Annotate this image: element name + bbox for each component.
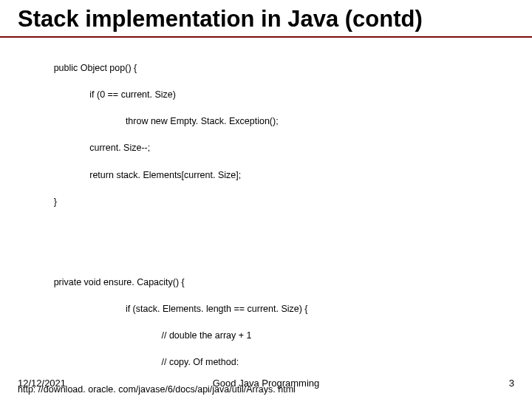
code-line: public Object pop() {	[18, 61, 532, 75]
code-line	[18, 222, 532, 235]
footer-title: Good Java Programming	[0, 378, 532, 389]
code-line: throw new Empty. Stack. Exception();	[18, 115, 532, 128]
code-line: private void ensure. Capacity() {	[18, 276, 532, 289]
code-line: // copy. Of method:	[18, 355, 532, 369]
title-underline	[0, 36, 532, 38]
code-line: if (0 == current. Size)	[18, 88, 532, 101]
code-line: current. Size--;	[18, 141, 532, 154]
slide-title: Stack implementation in Java (contd)	[0, 0, 532, 36]
code-line: if (stack. Elements. length == current. …	[18, 302, 532, 316]
page-number: 3	[509, 378, 514, 389]
code-line	[18, 248, 532, 262]
code-line: }	[18, 195, 532, 208]
code-line: return stack. Elements[current. Size];	[18, 168, 532, 182]
code-line: // double the array + 1	[18, 329, 532, 342]
code-block: public Object pop() { if (0 == current. …	[0, 48, 532, 399]
